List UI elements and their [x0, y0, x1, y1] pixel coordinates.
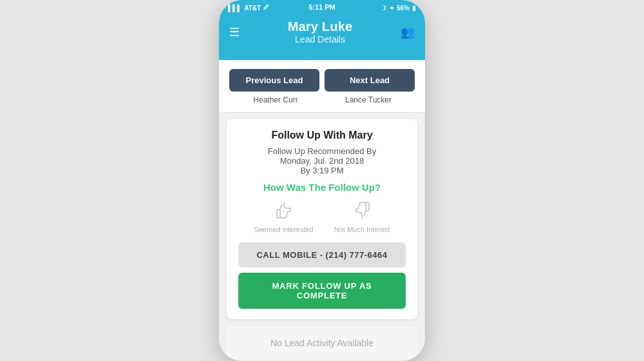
- thumbs-up-icon: [274, 200, 294, 223]
- moon-icon: ☽: [381, 5, 386, 12]
- people-icon[interactable]: 👥: [401, 25, 415, 39]
- page-subtitle: Lead Details: [288, 34, 353, 44]
- followup-recommended-label: Follow Up Recommended By: [238, 146, 406, 156]
- howwas-title: How Was The Follow Up?: [238, 182, 406, 193]
- mark-complete-button[interactable]: MARK FOLLOW UP AS COMPLETE: [238, 273, 406, 309]
- menu-icon[interactable]: ☰: [229, 26, 240, 38]
- battery-icon: ▮: [412, 5, 416, 12]
- thumb-up-option[interactable]: Seemed interested: [254, 200, 313, 233]
- thumbs-up-label: Seemed interested: [254, 226, 313, 233]
- call-mobile-button[interactable]: CALL MOBILE - (214) 777-6464: [238, 242, 406, 268]
- previous-lead-button[interactable]: Previous Lead: [229, 69, 319, 92]
- status-left: ▌▌▌ AT&T ␥: [228, 4, 269, 12]
- thumbs-row: Seemed interested Not Much Interest: [238, 200, 406, 233]
- wifi-icon: ␥: [263, 4, 269, 12]
- previous-lead-name: Heather Curr: [229, 95, 322, 104]
- bluetooth-icon: ✦: [389, 5, 394, 12]
- app-header: ☰ Mary Luke Lead Details 👥: [219, 14, 425, 60]
- phone-frame: ▌▌▌ AT&T ␥ 5:11 PM ☽ ✦ 56% ▮ ☰ Mary Luke…: [219, 0, 425, 361]
- signal-bars: ▌▌▌: [228, 5, 242, 12]
- thumbs-down-icon: [352, 200, 372, 223]
- status-right: ☽ ✦ 56% ▮: [381, 5, 416, 12]
- header-title-block: Mary Luke Lead Details: [288, 19, 353, 44]
- followup-title: Follow Up With Mary: [238, 130, 406, 141]
- followup-date: Monday, Jul. 2nd 2018: [238, 156, 406, 166]
- next-lead-button[interactable]: Next Lead: [325, 69, 415, 92]
- followup-card: Follow Up With Mary Follow Up Recommende…: [227, 119, 417, 319]
- status-bar: ▌▌▌ AT&T ␥ 5:11 PM ☽ ✦ 56% ▮: [219, 0, 425, 14]
- thumb-down-option[interactable]: Not Much Interest: [334, 200, 390, 233]
- header-top-row: ☰ Mary Luke Lead Details 👥: [229, 19, 415, 44]
- followup-time: By 3:19 PM: [238, 166, 406, 175]
- nav-names-row: Heather Curr Lance Tucker: [229, 95, 415, 104]
- carrier: AT&T: [244, 5, 261, 12]
- lead-name: Mary Luke: [288, 19, 353, 34]
- status-time: 5:11 PM: [308, 3, 336, 11]
- battery-percent: 56%: [397, 5, 410, 12]
- navigation-card: Previous Lead Next Lead Heather Curr Lan…: [219, 60, 425, 113]
- thumbs-down-label: Not Much Interest: [334, 226, 390, 233]
- content-area: Previous Lead Next Lead Heather Curr Lan…: [219, 60, 425, 361]
- next-lead-name: Lance Tucker: [322, 95, 415, 104]
- no-activity-card: No Lead Activity Available: [227, 326, 417, 360]
- nav-buttons-row: Previous Lead Next Lead: [229, 69, 415, 92]
- no-activity-text: No Lead Activity Available: [270, 338, 374, 348]
